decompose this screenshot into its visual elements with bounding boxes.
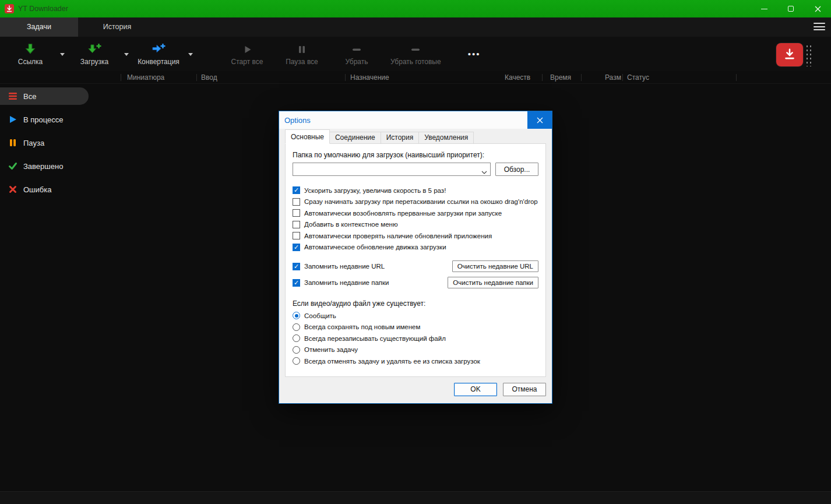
- col-input[interactable]: Ввод: [201, 73, 217, 82]
- remember-folders-label: Запомнить недавние папки: [304, 279, 389, 286]
- column-separator: [121, 74, 121, 81]
- radio-button[interactable]: [293, 334, 300, 342]
- checkbox-row-context-menu[interactable]: Добавить в контекстное меню: [293, 219, 538, 231]
- radio-button[interactable]: [293, 346, 300, 354]
- tab-history[interactable]: История: [78, 17, 156, 37]
- browse-button[interactable]: Обзор...: [495, 163, 538, 176]
- checkbox[interactable]: [293, 279, 300, 287]
- col-thumbnail[interactable]: Миниатюра: [127, 73, 164, 82]
- pause-all-button[interactable]: Пауза все: [277, 39, 326, 69]
- play-icon: [8, 115, 17, 124]
- clear-recent-url-button[interactable]: Очистить недавние URL: [452, 260, 538, 272]
- tab-notifications[interactable]: Уведомления: [418, 132, 474, 144]
- default-folder-input[interactable]: [293, 163, 490, 175]
- radio-row-save-new-name[interactable]: Всегда сохранять под новым именем: [293, 322, 538, 333]
- window-title: YT Downloader: [18, 5, 68, 13]
- more-actions-button[interactable]: •••: [462, 39, 487, 69]
- column-separator: [622, 74, 623, 81]
- sidebar-item-finished[interactable]: Завершено: [0, 157, 89, 175]
- radio-row-cancel-task[interactable]: Отменить задачу: [293, 344, 538, 356]
- options-close-button[interactable]: [527, 111, 552, 129]
- remove-label: Убрать: [345, 58, 368, 66]
- checkbox-row-start-on-drag[interactable]: Сразу начинать загрузку при перетаскиван…: [293, 196, 538, 208]
- convert-plus-icon: [151, 43, 166, 55]
- menu-hamburger-icon[interactable]: [814, 23, 825, 30]
- maximize-button[interactable]: [777, 0, 804, 17]
- close-button[interactable]: [804, 0, 831, 17]
- options-dialog: Options Основные Соединение История Увед…: [279, 111, 552, 404]
- add-download-button[interactable]: Загрузка: [70, 39, 119, 69]
- checkbox-row-engine-update[interactable]: Автоматическое обновление движка загрузк…: [293, 242, 538, 253]
- play-icon: [241, 43, 253, 55]
- col-time[interactable]: Время: [550, 73, 571, 82]
- add-download-dropdown[interactable]: [119, 39, 134, 69]
- sidebar-item-error[interactable]: Ошибка: [0, 181, 89, 198]
- sidebar-item-label: Завершено: [23, 162, 63, 171]
- radio-row-cancel-and-remove[interactable]: Всегда отменять задачу и удалять ее из с…: [293, 355, 538, 367]
- col-quality[interactable]: Качеств: [505, 73, 530, 82]
- add-link-dropdown[interactable]: [55, 39, 70, 69]
- sidebar-item-paused[interactable]: Пауза: [0, 134, 89, 151]
- start-all-button[interactable]: Старт все: [223, 39, 272, 69]
- remove-finished-button[interactable]: Убрать готовые: [387, 39, 445, 69]
- radio-button[interactable]: [293, 323, 300, 331]
- options-dialog-footer: OK Отмена: [279, 377, 552, 403]
- dragdrop-widget[interactable]: [776, 43, 811, 66]
- column-separator: [542, 74, 543, 81]
- remember-url-label: Запомнить недавние URL: [304, 263, 385, 270]
- clear-recent-folders-button[interactable]: Очистить недавние папки: [448, 277, 538, 288]
- sidebar-item-label: Пауза: [23, 139, 44, 147]
- options-tab-strip: Основные Соединение История Уведомления: [279, 129, 552, 144]
- col-destination[interactable]: Назначение: [350, 73, 389, 82]
- tab-connection[interactable]: Соединение: [329, 132, 381, 144]
- pause-icon: [8, 138, 17, 147]
- convert-button[interactable]: Конвертация: [134, 39, 183, 69]
- convert-dropdown[interactable]: [183, 39, 198, 69]
- column-separator: [581, 74, 582, 81]
- radio-button[interactable]: [293, 357, 300, 365]
- checkbox-row-check-updates[interactable]: Автоматически проверять наличие обновлен…: [293, 230, 538, 242]
- minimize-button[interactable]: [751, 0, 777, 17]
- tab-history[interactable]: История: [381, 132, 420, 144]
- checkbox[interactable]: [293, 209, 300, 217]
- add-link-label: Ссылка: [18, 58, 43, 66]
- options-dialog-titlebar: Options: [279, 111, 552, 129]
- checkbox[interactable]: [293, 198, 300, 206]
- drag-handle-dots-icon[interactable]: [804, 43, 811, 66]
- ok-button[interactable]: OK: [454, 383, 497, 396]
- radio-row-ask[interactable]: Сообщить: [293, 310, 538, 322]
- minimize-icon: [761, 9, 767, 9]
- dragdrop-download-icon[interactable]: [776, 43, 803, 66]
- checkbox-row-resume-on-start[interactable]: Автоматически возобновлять прерванные за…: [293, 207, 538, 219]
- col-status[interactable]: Статус: [627, 73, 649, 82]
- checkbox[interactable]: [293, 263, 300, 270]
- sidebar-item-in-progress[interactable]: В процессе: [0, 111, 89, 128]
- status-bar: [0, 491, 831, 504]
- remove-button[interactable]: Убрать: [332, 39, 381, 69]
- checkbox[interactable]: [293, 232, 300, 239]
- radio-label: Всегда перезаписывать существующий файл: [304, 335, 446, 342]
- radio-row-overwrite[interactable]: Всегда перезаписывать существующий файл: [293, 333, 538, 344]
- checkbox[interactable]: [293, 244, 300, 251]
- tab-general[interactable]: Основные: [285, 129, 330, 144]
- task-list-header: Миниатюра Ввод Назначение Качеств Время …: [0, 71, 831, 84]
- default-folder-combo[interactable]: [293, 163, 491, 176]
- combo-chevron-down-icon[interactable]: [481, 168, 487, 176]
- add-download-label: Загрузка: [80, 58, 109, 66]
- checkbox-label: Автоматически возобновлять прерванные за…: [304, 210, 502, 217]
- tab-tasks[interactable]: Задачи: [0, 17, 78, 37]
- cancel-button[interactable]: Отмена: [503, 383, 546, 396]
- checkbox[interactable]: [293, 221, 300, 228]
- checkbox[interactable]: [293, 186, 300, 194]
- app-logo-icon: [5, 4, 14, 13]
- radio-button[interactable]: [293, 312, 300, 319]
- add-link-button[interactable]: Ссылка: [6, 39, 55, 69]
- sidebar-item-all[interactable]: Все: [0, 87, 89, 105]
- window-controls: [751, 0, 831, 17]
- remove-icon: [351, 43, 362, 55]
- checkbox-row-speedup[interactable]: Ускорить загрузку, увеличив скорость в 5…: [293, 185, 538, 196]
- sidebar-item-label: В процессе: [23, 115, 64, 124]
- pause-icon: [296, 43, 308, 55]
- col-size[interactable]: Разм: [605, 73, 621, 82]
- close-icon: [815, 6, 821, 12]
